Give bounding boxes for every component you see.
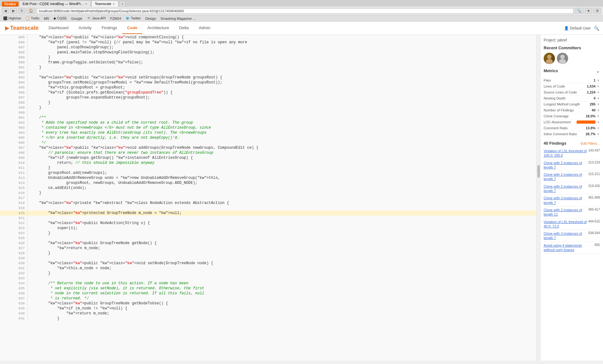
metric-expand-icon[interactable]: ▼ [597, 132, 600, 136]
tab-dashboard[interactable]: Dashboard [44, 22, 74, 34]
list-item[interactable]: Clone with 2 instances of length 7213-21… [544, 159, 600, 171]
settings-button[interactable]: ⚙ [594, 8, 601, 14]
bookmark-cqse[interactable]: ◆ CQSE [52, 16, 68, 21]
list-item[interactable]: Clone with 2 instances of length 7319-32… [544, 183, 600, 195]
close-tab1-icon[interactable]: ✕ [85, 2, 87, 6]
metric-expand-icon[interactable]: ▼ [597, 109, 600, 112]
line-code: "kw">class="kw">public GroupTreeNode get… [27, 301, 536, 306]
bookmark-java-api[interactable]: ☕ Java API [85, 16, 107, 21]
bookmark-google[interactable]: Google [70, 16, 84, 21]
tab-findings[interactable]: Findings [97, 22, 122, 34]
line-code: UndoableAddOrRemoveGroup undo = "kw">new… [27, 175, 536, 180]
bookmark-highrise[interactable]: ⬛ Highrise [2, 16, 22, 21]
line-code: "kw">class="kw">public "kw">class="kw">v… [27, 35, 536, 40]
line-code [27, 195, 536, 201]
list-item[interactable]: Violation of LSL threshold of 40.0: 72.0… [544, 218, 600, 230]
line-code: } [27, 190, 536, 195]
table-row: 897 groupsTree.expandSubtree(groupsRoot)… [0, 95, 536, 100]
tab-code[interactable]: Code [122, 22, 143, 34]
line-code: groupsRoot, newGroups, UndoableAddOrRemo… [27, 180, 536, 185]
line-code [27, 276, 536, 281]
table-row: 911 } [0, 165, 536, 170]
line-number: 896 [0, 90, 27, 95]
line-code: frame.groupToggle.setSelected("kw">false… [27, 60, 536, 65]
line-code: panel.stopShowingGroup(); [27, 45, 536, 50]
bookmark-fzm24[interactable]: FZM24 [109, 16, 122, 21]
bookmark-mr[interactable]: MR [42, 16, 50, 21]
table-row: 905 * </b> are inserted directly, i.e. t… [0, 135, 536, 140]
bookmark-twitter[interactable]: 🐦 Twitter [124, 16, 142, 21]
code-area[interactable]: 885 "kw">class="kw">public "kw">class="k… [0, 35, 536, 361]
bookmark-design[interactable]: Design [144, 16, 157, 21]
browser-tab-2[interactable]: Teamscale ✕ [91, 1, 119, 7]
table-row: 886 "kw">if (panel != "kw">null) {// pan… [0, 40, 536, 45]
table-row: 896 "kw">if (Globals.prefs.getBoolean("g… [0, 90, 536, 95]
metric-expand-icon[interactable]: ▼ [597, 97, 600, 100]
new-tab-button[interactable]: + [119, 1, 125, 7]
list-item[interactable]: Clone with 3 instances of length 7401-40… [544, 195, 600, 206]
table-row: 916 } [0, 190, 536, 195]
line-code: "kw">if (panel != "kw">null) {// panel m… [27, 40, 536, 45]
metric-row: LOC-Assessment▼ [544, 119, 600, 125]
bookmark-star[interactable]: ★ [585, 8, 592, 14]
url-bar[interactable] [37, 8, 573, 14]
table-row: 931 "kw">this.m_node = node; [0, 266, 536, 271]
back-button[interactable]: ◀ [2, 8, 9, 14]
metric-value: 1,224 [587, 90, 596, 94]
metric-expand-icon[interactable]: ▼ [597, 79, 600, 82]
search-button[interactable]: 🔍 [575, 8, 584, 14]
close-tab2-icon[interactable]: ✕ [112, 2, 115, 6]
tab-delta[interactable]: Delta [174, 22, 194, 34]
metric-expand-icon[interactable]: ▼ [597, 120, 600, 124]
metric-row: Longest Method Length295▼ [544, 101, 600, 107]
bookmark-trello[interactable]: 📋 Trello [24, 16, 41, 21]
line-code: "kw">if (newGroups.getGroup() "kw">insta… [27, 155, 536, 160]
finding-description: Clone with 2 instances of length 7 [544, 161, 587, 170]
metric-expand-icon[interactable]: ▼ [597, 126, 600, 130]
bookmarks-bar: ⬛ Highrise 📋 Trello MR ◆ CQSE Google ☕ J… [0, 15, 603, 22]
line-code: "kw">this.groupsRoot = groupsRoot; [27, 85, 536, 90]
list-item[interactable]: Clone with 2 instances of length 7215-22… [544, 171, 600, 183]
line-number: 935 [0, 286, 27, 291]
finding-description: Clone with 2 instances of length 7 [544, 172, 587, 181]
metric-expand-icon[interactable]: ▼ [597, 91, 600, 94]
tab-admin[interactable]: Admin [194, 22, 215, 34]
line-code: * is returned. */ [27, 296, 536, 301]
table-row: 921 [0, 216, 536, 221]
line-number: 893 [0, 75, 27, 80]
home-button[interactable]: 🏠 [27, 8, 35, 14]
table-row: 910 return; // this should be impossible… [0, 160, 536, 165]
reload-button[interactable]: ↻ [18, 8, 25, 14]
scrollbar-thumb[interactable] [537, 165, 540, 178]
code-scrollbar[interactable] [536, 35, 540, 361]
list-item[interactable]: Clone with 3 instances of length 7538-54… [544, 230, 600, 242]
forward-button[interactable]: ▶ [10, 8, 17, 14]
metric-expand-icon[interactable]: ▼ [597, 103, 600, 106]
metric-name: Lines of Code [544, 84, 587, 88]
finding-range: 319-326 [588, 184, 600, 193]
list-item[interactable]: Avoid using if statements without curly … [544, 242, 600, 254]
header-search-icon[interactable]: 🔍 [594, 26, 599, 31]
metric-name: Files [544, 78, 594, 82]
line-code [27, 236, 536, 241]
line-number: 902 [0, 120, 27, 125]
line-code: return; // this should be impossible any… [27, 160, 536, 165]
project-label: Project: jabref [544, 38, 600, 42]
metric-expand-icon[interactable]: ▼ [597, 85, 600, 88]
metrics-expand-icon[interactable]: ▼ [596, 70, 600, 74]
line-code: groupsTree.setModel(groupsTreeModel = "k… [27, 80, 536, 85]
list-item[interactable]: Clone with 2 instances of length 11405-4… [544, 206, 600, 218]
metric-expand-icon[interactable]: ▼ [597, 115, 600, 118]
tab2-label: Teamscale [95, 2, 111, 6]
app-header: ▶ Teamscale Dashboard Activity Findings … [0, 22, 603, 35]
tab-activity[interactable]: Activity [73, 22, 96, 34]
list-item[interactable]: Violation of LSL threshold of 100.0: 295… [544, 147, 600, 159]
tab-architecture[interactable]: Architecture [142, 22, 174, 34]
edit-filters-link[interactable]: Edit Filters... [581, 142, 600, 145]
line-number: 937 [0, 296, 27, 301]
browser-tab-1[interactable]: Edit Post ‹ CQSE intraBlog — WordPr... ✕ [19, 1, 91, 7]
avatar-2 [557, 53, 568, 64]
line-code: * contained in <b>newGroups </b> must no… [27, 125, 536, 130]
firefox-button[interactable]: Firefox [2, 2, 19, 7]
bookmark-smashing[interactable]: Smashing Magazine ... [159, 16, 197, 21]
